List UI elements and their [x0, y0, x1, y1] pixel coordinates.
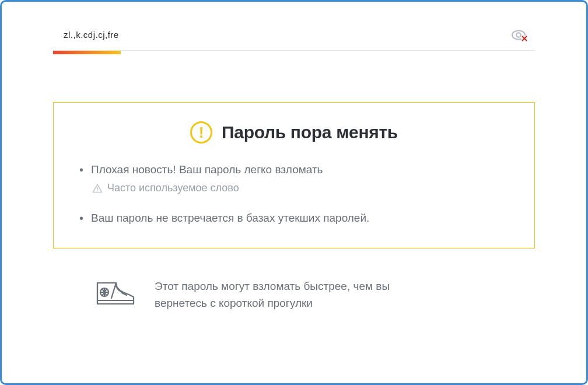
hide-password-icon[interactable]	[512, 28, 528, 42]
password-warning-box: ! Пароль пора менять Плохая новость! Ваш…	[53, 102, 535, 249]
svg-line-8	[111, 283, 116, 298]
warning-header: ! Пароль пора менять	[74, 121, 514, 144]
warning-sub-reason: Часто используемое слово	[91, 180, 511, 197]
footer-line-1: Этот пароль могут взломать быстрее, чем …	[155, 278, 390, 295]
password-input[interactable]	[64, 30, 512, 40]
warning-sub-text: Часто используемое слово	[107, 180, 239, 197]
warning-icon: !	[190, 121, 212, 144]
app-frame: ! Пароль пора менять Плохая новость! Ваш…	[0, 0, 588, 385]
warning-item: Плохая новость! Ваш пароль легко взломат…	[77, 161, 511, 197]
sneaker-icon	[94, 278, 137, 311]
svg-point-4	[97, 191, 98, 192]
warning-list: Плохая новость! Ваш пароль легко взломат…	[74, 161, 514, 227]
footer-text: Этот пароль могут взломать быстрее, чем …	[155, 278, 390, 312]
svg-point-1	[516, 33, 521, 37]
password-strength-fill	[53, 51, 121, 54]
password-strength-track	[53, 51, 535, 54]
warning-item-text: Плохая новость! Ваш пароль легко взломат…	[91, 163, 323, 176]
warning-item: Ваш пароль не встречается в базах утекши…	[77, 209, 511, 226]
footer-note: Этот пароль могут взломать быстрее, чем …	[53, 278, 535, 312]
footer-line-2: вернетесь с короткой прогулки	[155, 295, 390, 312]
warning-title: Пароль пора менять	[222, 123, 398, 142]
password-input-row	[53, 19, 535, 51]
alert-triangle-icon	[92, 183, 103, 194]
warning-item-text: Ваш пароль не встречается в базах утекши…	[91, 212, 369, 224]
